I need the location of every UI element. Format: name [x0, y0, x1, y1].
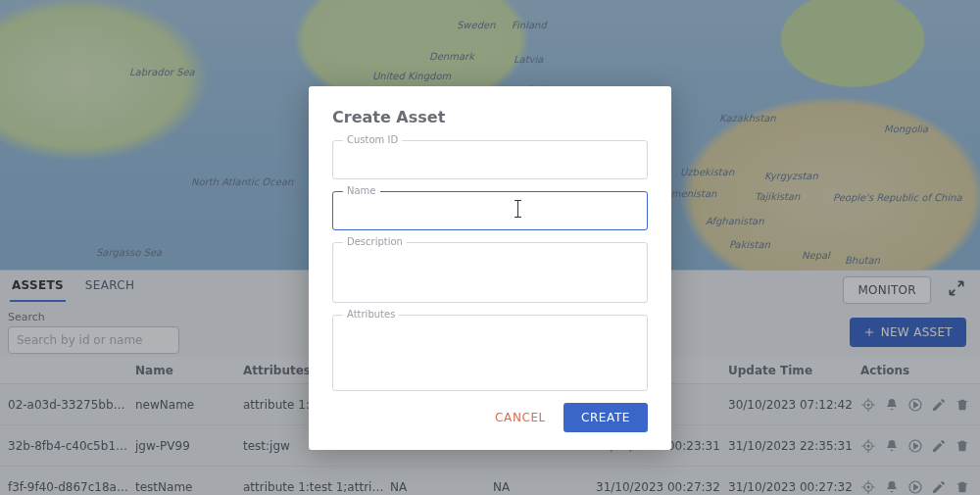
input-attributes[interactable] [333, 316, 647, 386]
field-label-attributes: Attributes [343, 309, 399, 320]
field-attributes[interactable]: Attributes [332, 315, 648, 391]
input-custom-id[interactable] [333, 141, 647, 178]
dialog-footer: CANCEL CREATE [332, 403, 648, 432]
create-button[interactable]: CREATE [564, 403, 648, 432]
dialog-title: Create Asset [332, 108, 648, 126]
field-label-description: Description [343, 236, 407, 247]
field-label-name: Name [343, 185, 380, 196]
field-label-custom-id: Custom ID [343, 134, 402, 145]
input-description[interactable] [333, 243, 647, 298]
create-asset-dialog: Create Asset Custom ID Name Description … [309, 86, 671, 450]
field-description[interactable]: Description [332, 242, 648, 303]
text-caret-icon [517, 201, 518, 217]
field-name[interactable]: Name [332, 191, 648, 230]
field-custom-id[interactable]: Custom ID [332, 140, 648, 179]
input-name[interactable] [333, 192, 647, 229]
cancel-button[interactable]: CANCEL [489, 403, 552, 432]
